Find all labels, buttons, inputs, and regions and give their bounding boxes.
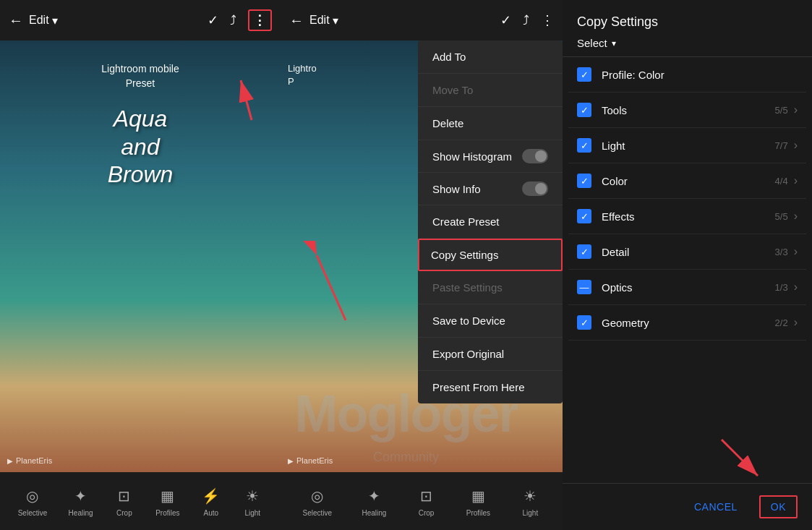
menu-create-preset[interactable]: Create Preset	[418, 205, 563, 239]
left-photo-area: Lightroom mobile Preset Aqua and Brown ▶…	[0, 40, 281, 472]
menu-add-to[interactable]: Add To	[418, 40, 563, 74]
settings-chevron-effects: ›	[794, 210, 798, 223]
settings-label-tools: Tools	[602, 104, 775, 116]
settings-count-color: 4/4	[775, 176, 788, 187]
middle-checkmark-icon[interactable]: ✓	[500, 12, 511, 28]
checkbox-optics[interactable]: —	[577, 280, 591, 294]
copy-settings-header: Copy Settings Select ▾	[563, 0, 812, 57]
menu-export-original[interactable]: Export Original	[418, 338, 563, 371]
select-row[interactable]: Select ▾	[577, 37, 798, 49]
left-bottom-toolbar: ◎ Selective ✦ Healing ⊡ Crop ▦ Profiles …	[0, 472, 281, 530]
middle-back-arrow[interactable]: ←	[289, 12, 304, 29]
tool-auto[interactable]: ⚡ Auto	[201, 486, 221, 517]
settings-count-geometry: 2/2	[775, 317, 788, 328]
share-icon[interactable]: ⤴	[230, 13, 236, 28]
svg-line-5	[722, 440, 758, 476]
ok-button[interactable]: OK	[759, 495, 798, 518]
tool-profiles[interactable]: ▦ Profiles	[155, 486, 179, 517]
middle-edit-button[interactable]: Edit ▾	[309, 14, 338, 27]
settings-chevron-optics: ›	[794, 281, 798, 294]
middle-crop-icon: ⊡	[416, 486, 437, 506]
healing-icon: ✦	[71, 486, 91, 506]
settings-list: ✓ Profile: Color ✓ Tools 5/5 › ✓ Light 7…	[563, 57, 812, 483]
cancel-button[interactable]: CANCEL	[694, 501, 738, 513]
middle-panel: ← Edit ▾ ✓ ⤴ ⋮ Lightro P ▶ PlanetEris	[281, 0, 563, 530]
checkbox-profile-color[interactable]: ✓	[577, 67, 591, 82]
red-arrow-2	[302, 241, 360, 328]
middle-profiles-icon: ▦	[468, 486, 488, 506]
middle-tool-light[interactable]: ☀ Light	[520, 486, 540, 517]
checkbox-light[interactable]: ✓	[577, 138, 591, 153]
settings-item-effects[interactable]: ✓ Effects 5/5 ›	[568, 199, 806, 234]
settings-chevron-color: ›	[794, 174, 798, 187]
left-back-arrow[interactable]: ←	[9, 12, 23, 29]
right-panel: Copy Settings Select ▾ ✓ Profile: Color …	[563, 0, 812, 530]
settings-item-detail[interactable]: ✓ Detail 3/3 ›	[568, 234, 806, 270]
middle-watermark: ▶ PlanetEris	[288, 456, 333, 465]
middle-tool-selective[interactable]: ◎ Selective	[303, 486, 333, 517]
left-top-bar: ← Edit ▾ ✓ ⤴ ⋮	[0, 0, 281, 40]
checkbox-detail[interactable]: ✓	[577, 244, 591, 259]
checkbox-geometry[interactable]: ✓	[577, 315, 591, 330]
tool-healing[interactable]: ✦ Healing	[69, 486, 93, 517]
menu-copy-settings[interactable]: Copy Settings	[418, 239, 563, 271]
settings-chevron-detail: ›	[794, 245, 798, 258]
histogram-toggle[interactable]	[522, 149, 548, 163]
photo-title: Lightroom mobile Preset	[101, 62, 179, 90]
tool-crop[interactable]: ⊡ Crop	[114, 486, 134, 517]
checkmark-icon[interactable]: ✓	[208, 12, 218, 28]
profiles-icon: ▦	[158, 486, 178, 506]
light-icon: ☀	[242, 486, 262, 506]
settings-label-optics: Optics	[602, 281, 775, 294]
select-chevron-icon: ▾	[612, 38, 616, 48]
middle-photo-title: Lightro P	[288, 62, 317, 88]
dropdown-menu: Add To Move To Delete Show Histogram Sho…	[418, 40, 563, 403]
settings-count-detail: 3/3	[775, 247, 788, 257]
middle-more-icon[interactable]: ⋮	[541, 12, 554, 28]
middle-tool-crop[interactable]: ⊡ Crop	[416, 486, 437, 517]
settings-item-optics[interactable]: — Optics 1/3 ›	[568, 270, 806, 305]
selective-icon: ◎	[22, 486, 43, 506]
menu-show-info[interactable]: Show Info	[418, 173, 563, 205]
checkbox-tools[interactable]: ✓	[577, 103, 591, 117]
settings-item-tools[interactable]: ✓ Tools 5/5 ›	[568, 93, 806, 128]
settings-item-color[interactable]: ✓ Color 4/4 ›	[568, 163, 806, 199]
middle-bottom-toolbar: ◎ Selective ✦ Healing ⊡ Crop ▦ Profiles …	[281, 472, 563, 530]
left-edit-button[interactable]: Edit ▾	[29, 14, 58, 27]
info-toggle[interactable]	[522, 181, 548, 196]
middle-selective-icon: ◎	[307, 486, 328, 506]
menu-paste-settings: Paste Settings	[418, 271, 563, 304]
left-top-bar-right: ✓ ⤴ ⋮	[208, 9, 272, 31]
red-arrow-3	[707, 432, 772, 490]
settings-item-light[interactable]: ✓ Light 7/7 ›	[568, 128, 806, 163]
settings-item-profile-color[interactable]: ✓ Profile: Color	[568, 57, 806, 93]
left-watermark: ▶ PlanetEris	[7, 456, 52, 465]
settings-count-light: 7/7	[775, 140, 788, 151]
menu-delete[interactable]: Delete	[418, 107, 563, 140]
middle-light-icon: ☀	[520, 486, 540, 506]
middle-share-icon[interactable]: ⤴	[523, 13, 529, 28]
checkbox-color[interactable]: ✓	[577, 174, 591, 188]
settings-label-geometry: Geometry	[602, 317, 775, 329]
left-panel: ← Edit ▾ ✓ ⤴ ⋮ Lightroom mobile Preset A…	[0, 0, 281, 530]
more-options-button[interactable]: ⋮	[248, 9, 272, 31]
middle-tool-profiles[interactable]: ▦ Profiles	[466, 486, 490, 517]
menu-show-histogram[interactable]: Show Histogram	[418, 140, 563, 173]
settings-label-detail: Detail	[602, 246, 775, 258]
middle-top-bar-right: ✓ ⤴ ⋮	[500, 12, 554, 28]
settings-label-light: Light	[602, 140, 775, 152]
photo-script: Aqua and Brown	[108, 105, 174, 188]
tool-light[interactable]: ☀ Light	[242, 486, 262, 517]
menu-save-to-device[interactable]: Save to Device	[418, 304, 563, 338]
settings-item-geometry[interactable]: ✓ Geometry 2/2 ›	[568, 305, 806, 341]
middle-top-bar: ← Edit ▾ ✓ ⤴ ⋮	[281, 0, 563, 40]
middle-tool-healing[interactable]: ✦ Healing	[362, 486, 386, 517]
tool-selective[interactable]: ◎ Selective	[18, 486, 48, 517]
menu-present-from-here[interactable]: Present From Here	[418, 371, 563, 403]
copy-settings-title: Copy Settings	[577, 14, 798, 30]
checkbox-effects[interactable]: ✓	[577, 209, 591, 223]
svg-line-1	[241, 80, 252, 120]
red-arrow-1	[201, 69, 259, 127]
menu-move-to: Move To	[418, 74, 563, 107]
select-label: Select	[577, 37, 607, 49]
